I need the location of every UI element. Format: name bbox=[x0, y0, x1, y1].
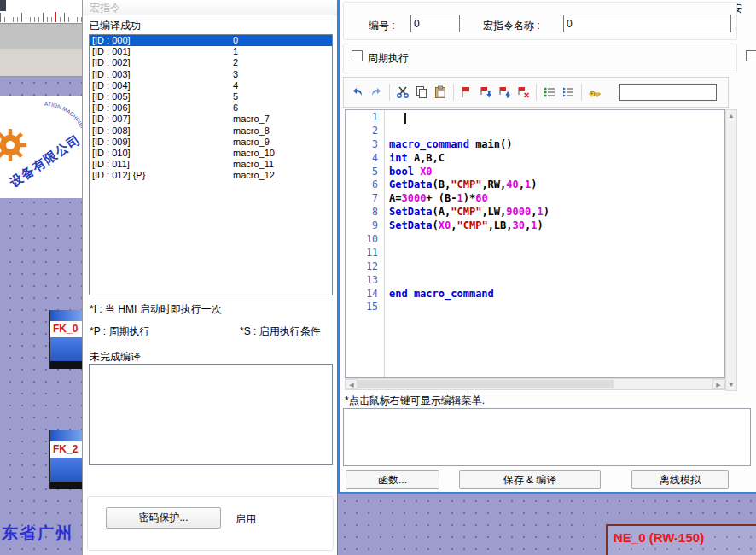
macro-id: [ID : 002] bbox=[92, 57, 131, 67]
functions-button[interactable]: 函数... bbox=[346, 470, 439, 489]
fk2-window-widget[interactable]: FK_2 bbox=[49, 430, 83, 489]
code-line: bool X0 bbox=[389, 166, 724, 179]
macro-id: [ID : 009] bbox=[92, 137, 131, 147]
periodic-checkbox-label: 周期执行 bbox=[368, 51, 409, 66]
cut-icon[interactable] bbox=[394, 84, 411, 101]
function-list-icon[interactable] bbox=[541, 84, 558, 101]
fk2-body bbox=[50, 458, 83, 482]
ruler-cursor-marker bbox=[55, 12, 56, 22]
vertical-scrollbar[interactable]: ▲ ▼ bbox=[725, 109, 737, 391]
macro-list-row[interactable]: [ID : 009]macro_9 bbox=[90, 137, 332, 148]
macro-list-row[interactable]: [ID : 002]2 bbox=[90, 57, 332, 68]
macro-list-row[interactable]: [ID : 011]macro_11 bbox=[90, 159, 332, 170]
toggle-bookmark-icon[interactable] bbox=[458, 84, 475, 101]
clear-bookmarks-icon[interactable] bbox=[515, 84, 532, 101]
clipped-right-checkbox[interactable] bbox=[746, 50, 756, 61]
marquee-text-widget[interactable]: 东省广州 bbox=[2, 523, 73, 545]
macro-list-row[interactable]: [ID : 012] {P}macro_12 bbox=[90, 170, 332, 181]
uncompiled-list[interactable] bbox=[89, 364, 333, 465]
scroll-down-arrow[interactable]: ▼ bbox=[726, 379, 736, 390]
horizontal-scrollbar[interactable]: ◀ ▶ bbox=[345, 378, 725, 390]
code-line: int A,B,C bbox=[389, 152, 724, 166]
copy-icon[interactable] bbox=[413, 84, 430, 101]
scroll-up-arrow[interactable]: ▲ bbox=[726, 110, 736, 121]
line-number: 12 bbox=[346, 260, 384, 274]
undo-icon[interactable] bbox=[349, 84, 366, 101]
macro-name: macro_12 bbox=[233, 170, 275, 181]
macro-id: [ID : 000] bbox=[92, 35, 131, 45]
macro-name-input[interactable] bbox=[563, 15, 731, 32]
note-startup: *I : 当 HMI 启动时即执行一次 bbox=[90, 302, 222, 317]
macro-name: 1 bbox=[233, 46, 238, 57]
macro-list-row[interactable]: [ID : 005]5 bbox=[90, 91, 332, 102]
password-icon[interactable] bbox=[586, 84, 603, 101]
fk0-body bbox=[50, 337, 83, 361]
code-line bbox=[389, 260, 724, 274]
fk2-label: FK_2 bbox=[50, 441, 83, 458]
macro-editor-dialog: 安 编号 : 宏指令名称 : 周期执行 bbox=[338, 0, 756, 494]
code-line: macro_command main() bbox=[389, 138, 724, 152]
code-line: GetData(B,"CMP",RW,40,1) bbox=[389, 178, 724, 192]
macro-name: 5 bbox=[233, 91, 238, 102]
macro-id-input[interactable] bbox=[410, 15, 460, 32]
fk0-footer bbox=[50, 361, 83, 369]
line-number: 8 bbox=[346, 206, 384, 219]
macro-name: macro_10 bbox=[233, 148, 275, 159]
code-line bbox=[389, 247, 724, 260]
line-number: 6 bbox=[346, 178, 384, 192]
line-number: 11 bbox=[346, 247, 384, 260]
fk2-titlebar bbox=[50, 430, 83, 441]
macro-list[interactable]: [ID : 000]0[ID : 001]1[ID : 002]2[ID : 0… bbox=[89, 34, 333, 295]
editor-code-lines: macro_command main()int A,B,Cbool X0GetD… bbox=[389, 111, 724, 314]
company-logo: ATION MACHINERY CO.,LTD 设备有限公司 bbox=[0, 96, 82, 198]
macro-id: [ID : 011] bbox=[92, 159, 130, 169]
compile-output-box[interactable] bbox=[343, 408, 751, 466]
macro-list-row[interactable]: [ID : 008]macro_8 bbox=[90, 126, 332, 137]
editor-gutter: 123456789101112131415 bbox=[346, 110, 385, 377]
screen: ATION MACHINERY CO.,LTD 设备有限公司 FK_0 FK_2… bbox=[0, 0, 756, 555]
line-number: 14 bbox=[346, 288, 384, 301]
code-line: SetData(X0,"CMP",LB,30,1) bbox=[389, 219, 724, 233]
macro-name: 3 bbox=[233, 69, 238, 80]
paste-icon[interactable] bbox=[432, 84, 449, 101]
macro-name: macro_11 bbox=[233, 159, 274, 170]
macro-id: [ID : 010] bbox=[92, 148, 131, 158]
code-editor[interactable]: 123456789101112131415 macro_command main… bbox=[345, 109, 725, 378]
macro-list-row[interactable]: [ID : 007]macro_7 bbox=[90, 114, 332, 125]
scroll-right-arrow[interactable]: ▶ bbox=[712, 379, 724, 389]
offline-simulation-button[interactable]: 离线模拟 bbox=[631, 470, 729, 489]
toolbar-search-input[interactable] bbox=[619, 84, 717, 101]
toolbar-separator bbox=[389, 84, 390, 101]
ne0-numeric-widget[interactable]: NE_0 (RW-150) bbox=[606, 524, 756, 555]
save-compile-button[interactable]: 保存 & 编译 bbox=[459, 470, 601, 489]
macro-id: [ID : 001] bbox=[92, 46, 131, 56]
previous-bookmark-icon[interactable] bbox=[496, 84, 513, 101]
uncompiled-label: 未完成编译 bbox=[90, 350, 141, 365]
macro-list-row[interactable]: [ID : 006]6 bbox=[90, 102, 332, 114]
label-list-icon[interactable] bbox=[560, 84, 577, 101]
macro-id: [ID : 007] bbox=[92, 114, 131, 124]
macro-list-row[interactable]: [ID : 010]macro_10 bbox=[90, 148, 332, 159]
macro-id: [ID : 006] bbox=[92, 102, 131, 113]
macro-id: [ID : 005] bbox=[92, 91, 131, 102]
periodic-checkbox[interactable] bbox=[352, 50, 363, 61]
line-number: 13 bbox=[346, 274, 384, 288]
macro-list-row[interactable]: [ID : 000]0 bbox=[90, 35, 332, 46]
password-protect-button[interactable]: 密码保护... bbox=[106, 507, 221, 529]
editor-code-pane[interactable]: macro_command main()int A,B,Cbool X0GetD… bbox=[385, 110, 724, 377]
editor-panel-edge bbox=[0, 24, 82, 77]
right-click-hint: *点击鼠标右键可显示编辑菜单. bbox=[345, 394, 485, 408]
fk0-label: FK_0 bbox=[50, 321, 83, 337]
next-bookmark-icon[interactable] bbox=[477, 84, 494, 101]
line-number: 1 bbox=[346, 111, 384, 125]
redo-icon[interactable] bbox=[368, 84, 385, 101]
fk0-window-widget[interactable]: FK_0 bbox=[49, 310, 83, 369]
ruler-corner bbox=[0, 0, 6, 11]
note-periodic: *P : 周期执行 bbox=[90, 324, 149, 339]
scroll-left-arrow[interactable]: ◀ bbox=[346, 379, 358, 389]
line-number: 9 bbox=[346, 219, 384, 233]
horizontal-scroll-thumb[interactable] bbox=[358, 380, 614, 388]
macro-list-row[interactable]: [ID : 001]1 bbox=[90, 46, 332, 57]
macro-list-row[interactable]: [ID : 003]3 bbox=[90, 69, 332, 80]
macro-list-row[interactable]: [ID : 004]4 bbox=[90, 80, 332, 91]
